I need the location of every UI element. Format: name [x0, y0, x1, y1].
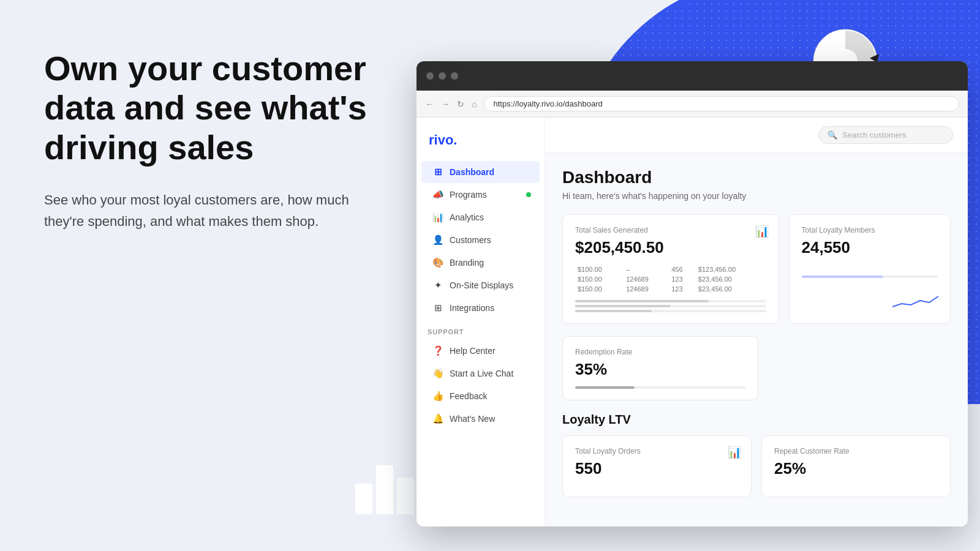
search-box[interactable]: 🔍 Search customers [818, 126, 953, 144]
browser-dot-2 [439, 72, 446, 80]
main-content: 🔍 Search customers Dashboard Hi team, he… [545, 118, 968, 527]
dashboard-icon: ⊞ [432, 167, 443, 178]
stats-row-top: Total Sales Generated $205,450.50 📊 $100… [562, 214, 951, 324]
stats-row-bottom: Total Loyalty Orders 550 📊 Repeat Custom… [562, 435, 951, 497]
onsite-icon: ✦ [432, 280, 443, 291]
sales-progress-bar-3 [575, 310, 766, 312]
stat-card-orders: Total Loyalty Orders 550 📊 [562, 435, 752, 497]
stat-card-redemption: Redemption Rate 35% [562, 336, 758, 400]
repeat-label: Repeat Customer Rate [774, 447, 938, 455]
help-icon: ❓ [432, 345, 443, 356]
sales-chart-icon: 📊 [755, 225, 769, 238]
sidebar-item-livechat[interactable]: 👋 Start a Live Chat [421, 362, 540, 384]
browser-dot-3 [451, 72, 458, 80]
table-row: $100.00 – 456 $123,456.00 [575, 264, 766, 274]
refresh-button[interactable]: ↻ [457, 99, 464, 109]
stat-card-members: Total Loyalty Members 24,550 [789, 214, 951, 324]
sidebar: rivo. ⊞ Dashboard 📣 Programs 📊 Analytics… [417, 118, 545, 527]
customers-icon: 👤 [432, 234, 443, 246]
stats-row-mid: Redemption Rate 35% [562, 336, 951, 400]
analytics-icon: 📊 [432, 212, 443, 223]
branding-icon: 🎨 [432, 257, 443, 268]
table-row: $150.00 124689 123 $23,456.00 [575, 274, 766, 284]
sales-progress-bar-1 [575, 300, 766, 302]
sidebar-item-help[interactable]: ❓ Help Center [421, 340, 540, 362]
address-input[interactable]: https://loyalty.rivo.io/dashboard [484, 96, 959, 111]
stat-card-repeat: Repeat Customer Rate 25% [761, 435, 951, 497]
orders-value: 550 [575, 459, 739, 478]
integrations-icon: ⊞ [432, 302, 443, 313]
feedback-icon: 👍 [432, 391, 443, 402]
page-title: Dashboard [562, 168, 951, 187]
table-row: $150.00 124689 123 $23,456.00 [575, 284, 766, 294]
sidebar-item-whatsnew[interactable]: 🔔 What's New [421, 408, 540, 430]
sidebar-item-analytics[interactable]: 📊 Analytics [421, 206, 540, 228]
redemption-value: 35% [575, 360, 745, 379]
sidebar-item-onsite[interactable]: ✦ On-Site Displays [421, 274, 540, 296]
livechat-icon: 👋 [432, 368, 443, 379]
orders-label: Total Loyalty Orders [575, 447, 739, 455]
sidebar-item-customers[interactable]: 👤 Customers [421, 229, 540, 251]
sales-label: Total Sales Generated [575, 226, 766, 234]
main-header: 🔍 Search customers [545, 118, 968, 153]
stat-card-sales: Total Sales Generated $205,450.50 📊 $100… [562, 214, 779, 324]
repeat-value: 25% [774, 459, 938, 478]
sidebar-item-integrations[interactable]: ⊞ Integrations [421, 297, 540, 319]
forward-button[interactable]: → [441, 99, 450, 109]
programs-dot [526, 192, 531, 197]
members-label: Total Loyalty Members [802, 226, 938, 234]
home-button[interactable]: ⌂ [472, 99, 477, 109]
main-body: Dashboard Hi team, here's what's happeni… [545, 153, 968, 512]
browser-chrome [417, 61, 968, 91]
browser-dot-1 [426, 72, 434, 80]
logo: rivo. [417, 127, 545, 160]
sidebar-item-dashboard[interactable]: ⊞ Dashboard [421, 161, 540, 183]
orders-chart-icon: 📊 [728, 446, 741, 459]
search-icon: 🔍 [827, 130, 837, 140]
browser-address-bar: ← → ↻ ⌂ https://loyalty.rivo.io/dashboar… [417, 91, 968, 118]
sales-table: $100.00 – 456 $123,456.00 $150.00 124689… [575, 264, 766, 294]
programs-icon: 📣 [432, 189, 443, 200]
redemption-progress [575, 386, 745, 389]
redemption-label: Redemption Rate [575, 348, 745, 356]
back-button[interactable]: ← [425, 99, 434, 109]
bar-decoration [355, 465, 414, 514]
hero-title: Own your customer data and see what's dr… [44, 49, 387, 167]
sidebar-item-feedback[interactable]: 👍 Feedback [421, 385, 540, 407]
sales-progress-bar-2 [575, 305, 766, 307]
whatsnew-icon: 🔔 [432, 413, 443, 424]
members-mini-chart [892, 291, 941, 312]
sales-value: $205,450.50 [575, 238, 766, 257]
search-placeholder: Search customers [842, 130, 907, 140]
members-progress [802, 276, 938, 278]
sidebar-item-programs[interactable]: 📣 Programs [421, 184, 540, 206]
sidebar-item-branding[interactable]: 🎨 Branding [421, 252, 540, 274]
browser-window: ← → ↻ ⌂ https://loyalty.rivo.io/dashboar… [417, 61, 968, 527]
page-subtitle: Hi team, here's what's happening on your… [562, 191, 951, 201]
app-layout: rivo. ⊞ Dashboard 📣 Programs 📊 Analytics… [417, 118, 968, 527]
loyalty-ltv-title: Loyalty LTV [562, 413, 951, 427]
members-value: 24,550 [802, 238, 938, 257]
hero-subtitle: See who your most loyal customers are, h… [44, 189, 387, 232]
left-section: Own your customer data and see what's dr… [44, 49, 387, 233]
support-section-label: SUPPORT [417, 320, 545, 339]
